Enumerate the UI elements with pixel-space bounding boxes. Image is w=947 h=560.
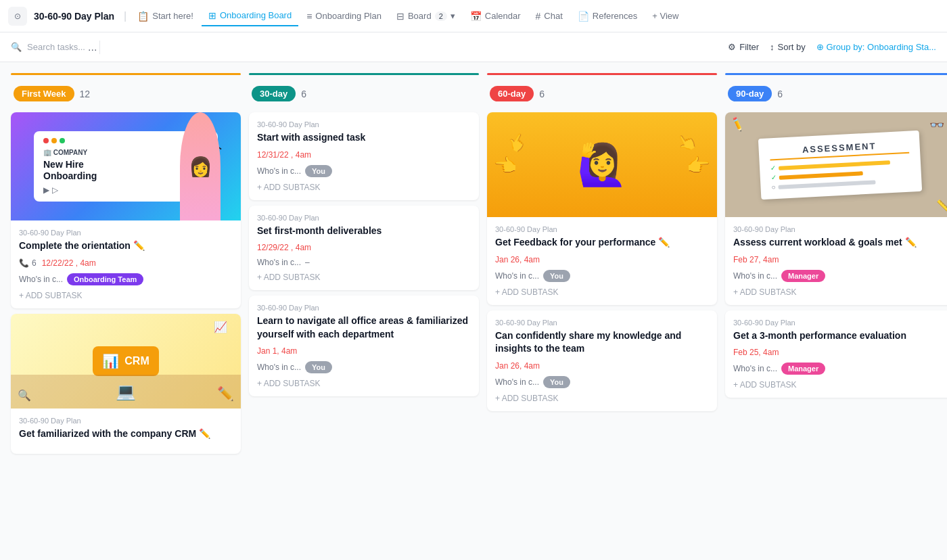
sort-button[interactable]: ↕ Sort by bbox=[770, 42, 806, 52]
first-week-count: 12 bbox=[80, 89, 91, 99]
nav-start-here[interactable]: 📋 Start here! bbox=[131, 7, 200, 26]
crm-text: CRM bbox=[124, 355, 149, 367]
share-add-subtask[interactable]: + ADD SUBTASK bbox=[495, 394, 709, 403]
share-meta: Who's in c... You bbox=[495, 376, 709, 388]
deliverables-assignee: – bbox=[305, 258, 310, 267]
feedback-assignee: You bbox=[543, 270, 570, 282]
column-line-first-week bbox=[11, 73, 241, 75]
feedback-meta: Who's in c... You bbox=[495, 270, 709, 282]
30-day-count: 6 bbox=[301, 89, 306, 99]
chevron-down-icon: ▾ bbox=[451, 11, 455, 21]
hands-laptop: 💻 bbox=[11, 375, 241, 409]
column-90-day: 90-day 6 ASSESSMENT ✓ ✓ ○ 👓 ✏️ 📏 bbox=[725, 73, 947, 549]
deliverables-add-subtask[interactable]: + ADD SUBTASK bbox=[257, 273, 471, 282]
phone-icon: 📞 bbox=[19, 258, 29, 268]
column-line-30-day bbox=[249, 73, 479, 75]
glasses-icon: 👓 bbox=[929, 118, 944, 133]
share-date: Jan 26, 4am bbox=[495, 361, 709, 371]
card-deliverables[interactable]: 30-60-90 Day Plan Set first-month delive… bbox=[249, 206, 479, 291]
evaluation-add-subtask[interactable]: + ADD SUBTASK bbox=[733, 380, 947, 390]
navigate-date: Jan 1, 4am bbox=[257, 346, 471, 356]
group-by-button[interactable]: ⊕ Group by: Onboarding Sta... bbox=[816, 42, 936, 52]
nav-onboarding-plan[interactable]: ≡ Onboarding Plan bbox=[300, 7, 388, 26]
column-header-first-week: First Week 12 bbox=[11, 80, 241, 107]
dot-yellow bbox=[51, 138, 57, 143]
filter-button[interactable]: ⚙ Filter bbox=[728, 42, 759, 52]
nav-chat[interactable]: # Chat bbox=[529, 7, 570, 26]
board: First Week 12 🏢 COMPANY New HireOnboardi… bbox=[0, 62, 947, 560]
deliverables-plan: 30-60-90 Day Plan bbox=[257, 214, 471, 222]
company-logo: 🏢 COMPANY bbox=[43, 149, 87, 156]
evaluation-date: Feb 25, 4am bbox=[733, 348, 947, 357]
card-evaluation[interactable]: 30-60-90 Day Plan Get a 3-month performa… bbox=[725, 310, 947, 398]
column-line-90-day bbox=[725, 73, 947, 75]
header: ⊙ 30-60-90 Day Plan | 📋 Start here! ⊞ On… bbox=[0, 0, 947, 32]
dot-red bbox=[43, 138, 49, 143]
more-options-button[interactable]: ... bbox=[85, 39, 99, 56]
add-view-button[interactable]: + View bbox=[645, 7, 685, 25]
person-silhouette: 👩 bbox=[180, 112, 221, 220]
search-box[interactable]: 🔍 Search tasks... bbox=[11, 42, 85, 52]
who-label-3: Who's in c... bbox=[257, 258, 301, 267]
hand-top-left: 👆 bbox=[504, 129, 531, 156]
subtask-num: 6 bbox=[32, 258, 37, 268]
assess-add-subtask[interactable]: + ADD SUBTASK bbox=[733, 287, 947, 297]
dot-green bbox=[60, 138, 65, 143]
evaluation-title: Get a 3-month performance evaluation bbox=[733, 329, 947, 343]
assigned-plan: 30-60-90 Day Plan bbox=[257, 120, 471, 129]
feedback-date: Jan 26, 4am bbox=[495, 255, 709, 264]
assess-date: Feb 27, 4am bbox=[733, 255, 947, 264]
orientation-add-subtask[interactable]: + ADD SUBTASK bbox=[19, 291, 233, 300]
assess-plan: 30-60-90 Day Plan bbox=[733, 225, 947, 233]
assessment-label: ASSESSMENT bbox=[769, 139, 909, 160]
navigate-add-subtask[interactable]: + ADD SUBTASK bbox=[257, 379, 471, 388]
onboarding-dots bbox=[43, 138, 65, 143]
crm-title: Get familiarized with the company CRM ✏️ bbox=[19, 427, 233, 441]
assigned-add-subtask[interactable]: + ADD SUBTASK bbox=[257, 183, 471, 192]
assigned-date: 12/31/22 , 4am bbox=[257, 150, 471, 160]
nav-board[interactable]: ⊟ Board 2 ▾ bbox=[390, 7, 462, 26]
calendar-icon: 📅 bbox=[470, 11, 482, 22]
play-icon: ▶ bbox=[43, 185, 49, 195]
card-navigate[interactable]: 30-60-90 Day Plan Learn to navigate all … bbox=[249, 296, 479, 396]
header-nav: 📋 Start here! ⊞ Onboarding Board ≡ Onboa… bbox=[131, 6, 685, 26]
card-crm[interactable]: 📊 CRM ✏️ 🔍 📈 💻 30-60-90 Day Plan Get fam… bbox=[11, 314, 241, 454]
orientation-date: 📞 6 12/22/22 , 4am bbox=[19, 258, 233, 268]
sort-icon: ↕ bbox=[770, 42, 775, 52]
evaluation-assignee: Manager bbox=[781, 363, 825, 375]
orientation-title: Complete the orientation ✏️ bbox=[19, 239, 233, 253]
start-icon: 📋 bbox=[137, 11, 149, 22]
assessment-lines: ✓ ✓ ○ bbox=[770, 157, 911, 191]
feedback-plan: 30-60-90 Day Plan bbox=[495, 225, 709, 233]
card-feedback[interactable]: 🙋‍♀️ 👉 👉 👆 👆 30-60-90 Day Plan Get Feedb… bbox=[487, 112, 717, 305]
pencil-icon: ✏️ bbox=[729, 116, 745, 133]
group-icon: ⊕ bbox=[816, 42, 827, 52]
60-day-badge: 60-day bbox=[490, 86, 534, 101]
assigned-title: Start with assigned task bbox=[257, 131, 471, 145]
media-controls: ▶ ▷ bbox=[43, 185, 58, 195]
card-orientation[interactable]: 🏢 COMPANY New HireOnboarding ▶ ▷ ↖ 👩 3 bbox=[11, 112, 241, 308]
feedback-add-subtask[interactable]: + ADD SUBTASK bbox=[495, 287, 709, 297]
deliverables-date: 12/29/22 , 4am bbox=[257, 243, 471, 252]
navigate-meta: Who's in c... You bbox=[257, 361, 471, 373]
toolbar-right: ⚙ Filter ↕ Sort by ⊕ Group by: Onboardin… bbox=[728, 42, 936, 52]
person-emoji: 🙋‍♀️ bbox=[577, 145, 628, 185]
60-day-count: 6 bbox=[539, 89, 545, 99]
nav-references[interactable]: 📄 References bbox=[571, 7, 644, 26]
card-assigned-task[interactable]: 30-60-90 Day Plan Start with assigned ta… bbox=[249, 112, 479, 200]
who-label-7: Who's in c... bbox=[733, 271, 777, 281]
nav-calendar[interactable]: 📅 Calendar bbox=[463, 7, 528, 26]
board2-icon: ⊟ bbox=[396, 11, 405, 22]
orientation-card-body: 30-60-90 Day Plan Complete the orientati… bbox=[11, 220, 241, 308]
hand-left: 👉 bbox=[494, 154, 517, 177]
card-assess[interactable]: ASSESSMENT ✓ ✓ ○ 👓 ✏️ 📏 30-60-90 Day Pla… bbox=[725, 112, 947, 305]
assess-card-body: 30-60-90 Day Plan Assess current workloa… bbox=[725, 217, 947, 305]
who-label-6: Who's in c... bbox=[495, 377, 539, 387]
nav-onboarding-board[interactable]: ⊞ Onboarding Board bbox=[202, 6, 298, 26]
assess-assignee: Manager bbox=[781, 270, 825, 282]
card-share[interactable]: 30-60-90 Day Plan Can confidently share … bbox=[487, 310, 717, 411]
ruler-icon: 📏 bbox=[936, 199, 947, 212]
feedback-visual: 🙋‍♀️ 👉 👉 👆 👆 bbox=[487, 112, 717, 217]
feedback-title: Get Feedback for your performance ✏️ bbox=[495, 236, 709, 250]
assess-title: Assess current workload & goals met ✏️ bbox=[733, 236, 947, 250]
